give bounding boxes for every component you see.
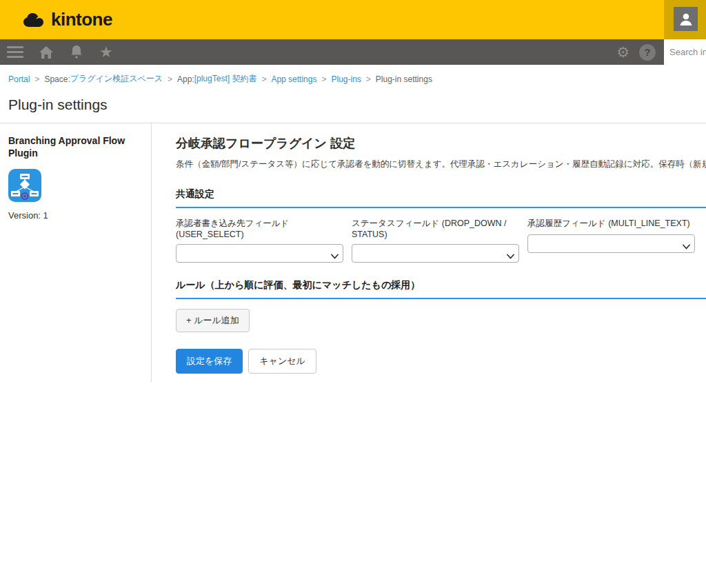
breadcrumb: Portal > Space: プラグイン検証スペース > App: [plug…: [0, 65, 706, 85]
save-button[interactable]: 設定を保存: [176, 349, 243, 374]
breadcrumb-plugins[interactable]: Plug-ins: [331, 74, 361, 84]
global-navbar: ★ ⚙ ?: [0, 39, 706, 65]
plugin-settings-panel: 分岐承認フロープラグイン 設定 条件（金額/部門/ステータス等）に応じて承認者を…: [152, 123, 706, 382]
status-field-select[interactable]: [352, 244, 519, 263]
page-title: Plug-in settings: [0, 85, 706, 113]
cancel-button[interactable]: キャンセル: [248, 349, 316, 374]
breadcrumb-app-prefix: App:: [177, 74, 194, 84]
logo-wordmark: kintone: [51, 9, 112, 30]
cloud-icon: [21, 10, 48, 30]
breadcrumb-space-prefix: Space:: [44, 74, 70, 84]
app-header: kintone: [0, 0, 706, 39]
gear-icon[interactable]: ⚙: [616, 45, 629, 59]
help-icon[interactable]: ?: [639, 44, 656, 61]
approver-target-select[interactable]: [176, 244, 343, 263]
section-rules: ルール（上から順に評価、最初にマッチしたもの採用）: [176, 279, 706, 299]
field-approval-history: 承認履歴フィールド (MULTI_LINE_TEXT): [527, 218, 695, 263]
bell-icon[interactable]: [70, 45, 83, 59]
breadcrumb-portal[interactable]: Portal: [8, 74, 30, 84]
breadcrumb-space[interactable]: プラグイン検証スペース: [70, 73, 163, 85]
plugin-name: Branching Approval Flow Plugin: [8, 134, 151, 159]
user-icon: [678, 11, 694, 28]
field-approver-target: 承認者書き込み先フィールド (USER_SELECT): [176, 218, 343, 263]
plugin-sidebar: Branching Approval Flow Plugin Version: …: [0, 123, 152, 382]
approval-history-select[interactable]: [527, 234, 695, 253]
breadcrumb-current: Plug-in settings: [376, 74, 432, 84]
search-box: [664, 39, 706, 65]
settings-heading: 分岐承認フロープラグイン 設定: [176, 135, 706, 152]
field-label-approver-target: 承認者書き込み先フィールド (USER_SELECT): [176, 218, 343, 239]
star-icon[interactable]: ★: [99, 45, 113, 60]
field-status: ステータスフィールド (DROP_DOWN / STATUS): [352, 218, 519, 263]
breadcrumb-app[interactable]: [plugTest] 契約書: [194, 73, 257, 85]
avatar[interactable]: [674, 7, 698, 31]
kintone-logo[interactable]: kintone: [21, 9, 112, 30]
hamburger-icon[interactable]: [7, 46, 23, 58]
field-label-status: ステータスフィールド (DROP_DOWN / STATUS): [352, 218, 519, 239]
breadcrumb-app-settings[interactable]: App settings: [271, 74, 316, 84]
flowchart-icon: [8, 169, 41, 202]
plugin-version: Version: 1: [8, 210, 151, 221]
user-menu-area[interactable]: [664, 0, 706, 39]
add-rule-button[interactable]: + ルール追加: [176, 309, 250, 332]
section-common-settings: 共通設定: [176, 188, 706, 208]
field-label-approval-history: 承認履歴フィールド (MULTI_LINE_TEXT): [527, 218, 695, 230]
settings-description: 条件（金額/部門/ステータス等）に応じて承認者を動的に切替えます。代理承認・エス…: [176, 159, 706, 170]
search-input[interactable]: [664, 39, 706, 65]
home-icon[interactable]: [39, 45, 54, 59]
